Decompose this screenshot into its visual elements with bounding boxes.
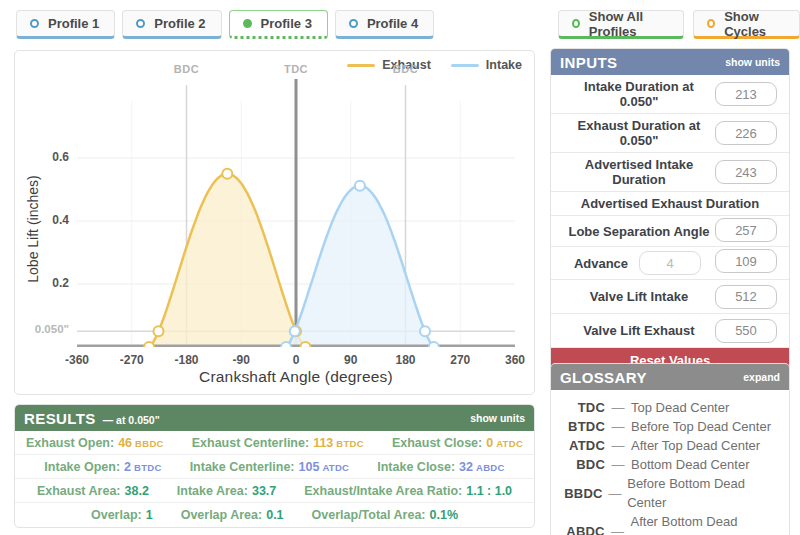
glossary-definition: After Bottom Dead Center bbox=[631, 512, 780, 535]
exhaust-marker bbox=[300, 342, 310, 347]
exhaust-line-swatch bbox=[347, 64, 375, 67]
x-tick-label: 360 bbox=[493, 353, 535, 367]
dash-separator: — bbox=[605, 398, 631, 417]
result-unit: ATDC bbox=[322, 462, 349, 473]
result-unit: ABDC bbox=[476, 462, 505, 473]
input-row: Valve Lift Intake 512 bbox=[551, 280, 789, 314]
bdc-label: BDC bbox=[169, 63, 205, 75]
intake-duration-050-input[interactable]: 213 bbox=[715, 82, 777, 106]
result-item: Exhaust/Intake Area Ratio:1.1 : 1.0 bbox=[304, 484, 512, 498]
result-value: 0.1% bbox=[430, 508, 459, 522]
legend-label: Intake bbox=[486, 58, 522, 72]
result-item: Exhaust Close:0ATDC bbox=[392, 436, 523, 450]
view-toggles-bar: Show All Profiles Show Cycles bbox=[558, 10, 800, 39]
cam-profile-chart-card: Exhaust Intake Crankshaft Angle (degrees… bbox=[14, 50, 535, 395]
show-cycles-button[interactable]: Show Cycles bbox=[693, 10, 800, 39]
result-item: Intake Area:33.7 bbox=[177, 484, 276, 498]
result-label: Exhaust Open: bbox=[26, 436, 114, 450]
result-value: 1.1 : 1.0 bbox=[466, 484, 512, 498]
intake-marker bbox=[355, 181, 365, 191]
result-label: Overlap/Total Area: bbox=[312, 508, 426, 522]
exhaust-duration-050-input[interactable]: 226 bbox=[715, 121, 777, 145]
glossary-definition: Bottom Dead Center bbox=[631, 455, 750, 474]
intake-duration-050-label: Intake Duration at 0.050" bbox=[563, 79, 715, 109]
advance-label: Advance bbox=[563, 256, 639, 271]
x-tick-label: 90 bbox=[329, 353, 373, 367]
exhaust-marker bbox=[144, 342, 154, 347]
result-unit: BTDC bbox=[134, 462, 162, 473]
intake-marker bbox=[281, 342, 291, 347]
radio-icon bbox=[30, 19, 39, 28]
result-value: 0 bbox=[486, 436, 493, 450]
profile-tab-4[interactable]: Profile 4 bbox=[335, 10, 434, 39]
chart-legend: Exhaust Intake bbox=[347, 58, 522, 72]
input-row: Lobe Separation Angle 257 bbox=[551, 216, 789, 247]
expand-link[interactable]: expand bbox=[743, 371, 780, 383]
result-label: Intake Open: bbox=[44, 460, 120, 474]
show-units-link[interactable]: show units bbox=[725, 56, 780, 68]
results-row: Intake Open:2BTDCIntake Centerline:105AT… bbox=[15, 455, 534, 479]
radio-icon bbox=[136, 19, 145, 28]
valve-lift-exhaust-input[interactable]: 550 bbox=[715, 319, 777, 343]
result-label: Exhaust Centerline: bbox=[192, 436, 309, 450]
exhaust-duration-050-label: Exhaust Duration at 0.050" bbox=[563, 118, 715, 148]
result-item: Intake Open:2BTDC bbox=[44, 460, 161, 474]
profile-tab-1[interactable]: Profile 1 bbox=[16, 10, 115, 39]
glossary-term: BTDC bbox=[561, 417, 605, 436]
profile-tab-3[interactable]: Profile 3 bbox=[229, 10, 328, 39]
result-value: 113 bbox=[313, 436, 333, 450]
intake-fill bbox=[286, 186, 434, 347]
dash-separator: — bbox=[603, 484, 628, 503]
valve-lift-intake-input[interactable]: 512 bbox=[715, 285, 777, 309]
x-tick-label: -90 bbox=[219, 353, 263, 367]
result-label: Exhaust Area: bbox=[37, 484, 121, 498]
results-subtitle: — at 0.050" bbox=[103, 414, 160, 426]
exhaust-marker bbox=[222, 169, 232, 179]
valve-lift-intake-label: Valve Lift Intake bbox=[563, 289, 715, 304]
advertised-intake-duration-input[interactable]: 243 bbox=[715, 160, 777, 184]
advance-input[interactable]: 4 bbox=[639, 251, 701, 275]
results-row: Overlap:1Overlap Area:0.1Overlap/Total A… bbox=[15, 503, 534, 527]
legend-item-intake: Intake bbox=[451, 58, 522, 72]
result-label: Overlap: bbox=[91, 508, 142, 522]
glossary-definition: Before Bottom Dead Center bbox=[627, 474, 779, 512]
intake-marker bbox=[420, 326, 430, 336]
x-axis-title: Crankshaft Angle (degrees) bbox=[77, 368, 515, 386]
glossary-panel: GLOSSARY expand TDC—Top Dead CenterBTDC—… bbox=[550, 363, 790, 535]
dash-separator: — bbox=[605, 436, 631, 455]
advertised-exhaust-duration-input[interactable]: 257 bbox=[715, 218, 777, 242]
profile-tab-2[interactable]: Profile 2 bbox=[122, 10, 221, 39]
inputs-header: INPUTS show units bbox=[551, 49, 789, 75]
profile-tab-label: Profile 2 bbox=[154, 16, 205, 31]
show-all-profiles-button[interactable]: Show All Profiles bbox=[558, 10, 684, 39]
dash-separator: — bbox=[605, 417, 631, 436]
glossary-term: TDC bbox=[561, 398, 605, 417]
glossary-row: ATDC—After Top Dead Center bbox=[561, 436, 779, 455]
result-value: 46 bbox=[118, 436, 132, 450]
input-row: Exhaust Duration at 0.050" 226 bbox=[551, 114, 789, 153]
glossary-title: GLOSSARY bbox=[560, 369, 647, 386]
inputs-panel: INPUTS show units Intake Duration at 0.0… bbox=[550, 48, 790, 374]
show-units-link[interactable]: show units bbox=[470, 412, 525, 424]
lobe-separation-angle-input[interactable]: 109 bbox=[715, 249, 777, 273]
y-tick-label: 0.6 bbox=[23, 150, 69, 164]
intake-line-swatch bbox=[451, 64, 479, 67]
x-tick-label: 0 bbox=[274, 353, 318, 367]
results-row: Exhaust Open:46BBDCExhaust Centerline:11… bbox=[15, 431, 534, 455]
glossary-row: BTDC—Before Top Dead Center bbox=[561, 417, 779, 436]
result-label: Intake Close: bbox=[377, 460, 455, 474]
result-label: Overlap Area: bbox=[181, 508, 263, 522]
result-value: 0.1 bbox=[266, 508, 283, 522]
profile-tabs-bar: Profile 1 Profile 2 Profile 3 Profile 4 bbox=[16, 10, 434, 39]
radio-icon bbox=[707, 19, 715, 28]
x-tick-label: -180 bbox=[165, 353, 209, 367]
result-label: Intake Area: bbox=[177, 484, 248, 498]
result-item: Intake Close:32ABDC bbox=[377, 460, 504, 474]
y-tick-label: 0.2 bbox=[23, 276, 69, 290]
tdc-label: TDC bbox=[278, 63, 314, 75]
result-item: Intake Centerline:105ATDC bbox=[190, 460, 350, 474]
result-value: 38.2 bbox=[125, 484, 149, 498]
x-tick-label: 180 bbox=[384, 353, 428, 367]
x-tick-label: 270 bbox=[438, 353, 482, 367]
glossary-row: BDC—Bottom Dead Center bbox=[561, 455, 779, 474]
